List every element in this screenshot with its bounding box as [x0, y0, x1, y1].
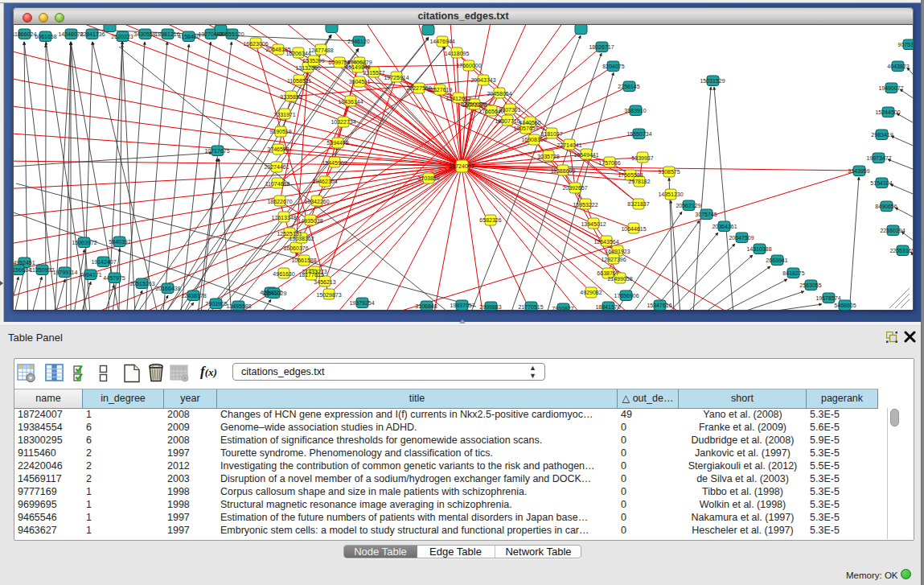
svg-text:20943743: 20943743 [470, 77, 495, 83]
svg-text:5154104: 5154104 [870, 180, 892, 186]
svg-text:6582326: 6582326 [479, 217, 501, 223]
svg-text:4961630: 4961630 [273, 271, 294, 277]
svg-text:11541029: 11541029 [262, 290, 287, 296]
svg-text:4158480: 4158480 [178, 34, 199, 39]
svg-text:11388699: 11388699 [551, 168, 576, 174]
svg-text:13038362: 13038362 [289, 236, 314, 241]
svg-text:4140560: 4140560 [519, 120, 540, 126]
svg-text:17660000: 17660000 [456, 63, 481, 68]
svg-text:13495588: 13495588 [226, 303, 251, 309]
svg-text:2978182: 2978182 [628, 179, 650, 184]
svg-text:19678574: 19678574 [815, 295, 840, 301]
svg-text:17656906: 17656906 [614, 293, 639, 299]
svg-text:10717675: 10717675 [204, 148, 229, 154]
svg-text:18981216: 18981216 [154, 31, 179, 37]
svg-text:3035728: 3035728 [537, 154, 559, 159]
svg-text:22714041: 22714041 [556, 142, 581, 148]
svg-text:22438378: 22438378 [181, 293, 206, 299]
svg-text:22841736: 22841736 [80, 31, 105, 37]
svg-text:3307301: 3307301 [499, 107, 520, 113]
svg-text:3746598: 3746598 [267, 146, 289, 152]
svg-text:10661588: 10661588 [291, 257, 316, 263]
svg-text:18724007: 18724007 [449, 163, 474, 169]
svg-text:9308575: 9308575 [658, 169, 680, 175]
svg-text:3604511: 3604511 [349, 79, 371, 84]
svg-text:7303905: 7303905 [205, 301, 227, 307]
svg-text:19937057: 19937057 [450, 303, 474, 308]
svg-text:16623006: 16623006 [243, 41, 268, 47]
svg-text:3181037: 3181037 [540, 131, 562, 137]
svg-text:15029873: 15029873 [316, 292, 341, 298]
svg-text:5594478: 5594478 [326, 140, 348, 146]
svg-text:2258145: 2258145 [618, 84, 639, 89]
svg-text:14118095: 14118095 [445, 51, 470, 56]
svg-text:10322734: 10322734 [331, 119, 355, 125]
svg-text:18841570: 18841570 [595, 304, 620, 310]
svg-text:14476944: 14476944 [429, 39, 454, 44]
svg-text:18026717: 18026717 [589, 44, 614, 50]
svg-text:14351230: 14351230 [658, 192, 683, 197]
svg-text:19490077: 19490077 [878, 85, 903, 91]
svg-text:19462304: 19462304 [312, 179, 337, 184]
svg-text:18622670: 18622670 [267, 199, 292, 204]
svg-text:4457975: 4457975 [103, 275, 125, 281]
svg-text:8418275: 8418275 [782, 270, 804, 276]
svg-text:13132690: 13132690 [295, 65, 320, 71]
svg-text:8204075: 8204075 [602, 64, 624, 69]
svg-text:15347616: 15347616 [647, 303, 671, 308]
svg-text:6061658: 6061658 [35, 34, 56, 39]
svg-text:20515263: 20515263 [129, 281, 154, 286]
svg-text:11074688: 11074688 [265, 181, 290, 187]
svg-text:15244500: 15244500 [875, 109, 900, 115]
svg-text:20274461: 20274461 [264, 164, 289, 170]
svg-text:17613348: 17613348 [271, 215, 296, 220]
svg-text:11527619: 11527619 [428, 87, 453, 93]
svg-text:3343959: 3343959 [848, 168, 869, 174]
svg-text:20458054: 20458054 [487, 91, 511, 97]
svg-text:11058511: 11058511 [287, 78, 311, 84]
svg-text:20166438: 20166438 [155, 286, 180, 291]
svg-text:5468605: 5468605 [834, 303, 856, 308]
svg-text:12477488: 12477488 [308, 47, 333, 53]
svg-text:3106848: 3106848 [415, 303, 437, 309]
svg-text:8490656: 8490656 [875, 204, 897, 209]
svg-text:19379254: 19379254 [349, 300, 374, 306]
svg-text:11350932: 11350932 [30, 267, 55, 273]
svg-text:6638767: 6638767 [597, 270, 618, 276]
svg-text:12927396: 12927396 [601, 257, 626, 262]
svg-text:3456213: 3456213 [314, 279, 335, 285]
svg-text:4043823: 4043823 [887, 64, 909, 69]
svg-text:10644615: 10644615 [621, 226, 646, 232]
svg-text:16060376: 16060376 [283, 245, 308, 251]
svg-text:12643564: 12643564 [593, 239, 618, 245]
svg-text:5840397: 5840397 [109, 239, 130, 245]
svg-text:15149848: 15149848 [345, 64, 370, 70]
svg-text:3703859: 3703859 [417, 175, 439, 181]
svg-text:16908100: 16908100 [521, 137, 546, 142]
svg-text:2983419: 2983419 [871, 132, 893, 138]
svg-text:15031529: 15031529 [700, 78, 725, 84]
svg-text:10057659: 10057659 [513, 126, 538, 131]
svg-text:2315577: 2315577 [363, 70, 384, 76]
svg-text:12412612: 12412612 [446, 96, 470, 101]
svg-text:10342260: 10342260 [304, 199, 329, 204]
svg-text:20392657: 20392657 [562, 185, 587, 191]
svg-text:13945012: 13945012 [581, 221, 606, 227]
svg-text:2663941: 2663941 [766, 257, 787, 263]
svg-text:19725914: 19725914 [384, 75, 409, 80]
svg-text:14310388: 14310388 [746, 246, 771, 252]
svg-text:20562129: 20562129 [676, 203, 700, 208]
svg-text:15550734: 15550734 [626, 131, 651, 137]
svg-text:4952451: 4952451 [14, 260, 35, 266]
svg-text:22160294: 22160294 [880, 228, 905, 233]
svg-text:9075310: 9075310 [897, 42, 914, 47]
svg-text:16206344: 16206344 [285, 51, 310, 56]
svg-text:9190519: 9190519 [269, 129, 291, 134]
svg-text:14935038: 14935038 [298, 218, 322, 224]
svg-text:8321837: 8321837 [627, 201, 649, 207]
svg-text:16072228: 16072228 [462, 102, 487, 108]
svg-text:7031971: 7031971 [273, 112, 295, 117]
svg-text:6535209: 6535209 [302, 58, 324, 64]
svg-text:19799114: 19799114 [53, 270, 78, 275]
svg-text:7064171: 7064171 [80, 272, 101, 278]
